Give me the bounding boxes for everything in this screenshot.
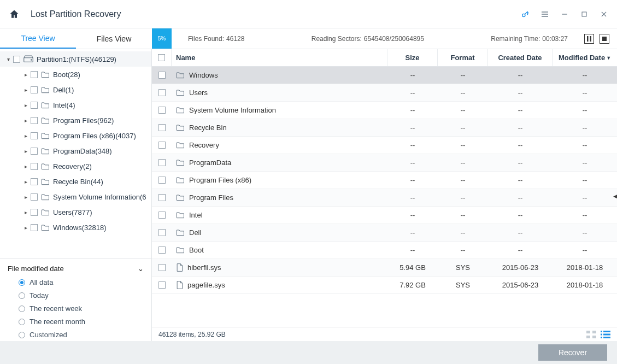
checkbox[interactable] bbox=[158, 212, 166, 219]
header-checkbox[interactable] bbox=[152, 49, 172, 66]
radio-icon[interactable] bbox=[19, 306, 25, 312]
filter-header[interactable]: File modified date ⌄ bbox=[8, 265, 144, 273]
chevron-right-icon[interactable]: ▸ bbox=[23, 118, 28, 124]
remaining-label: Remaining Time: bbox=[491, 35, 540, 43]
table-row[interactable]: hiberfil.sys5.94 GBSYS2015-06-232018-01-… bbox=[152, 259, 617, 277]
maximize-button[interactable] bbox=[580, 10, 589, 19]
sidebar-collapse-handle[interactable] bbox=[613, 191, 617, 199]
table-row[interactable]: Windows-------- bbox=[152, 67, 617, 84]
row-checkbox-cell bbox=[152, 194, 172, 201]
tree-root[interactable]: ▾ Partition1:(NTFS)(46129) bbox=[0, 51, 151, 67]
tree-item[interactable]: ▸Boot(28) bbox=[0, 67, 151, 82]
checkbox[interactable] bbox=[31, 117, 38, 124]
checkbox[interactable] bbox=[13, 56, 20, 63]
filter-option[interactable]: Customized bbox=[19, 331, 144, 339]
tree-item[interactable]: ▸ProgramData(348) bbox=[0, 143, 151, 158]
minimize-button[interactable] bbox=[560, 10, 569, 19]
tab-files-view[interactable]: Files View bbox=[76, 28, 152, 49]
chevron-right-icon[interactable]: ▸ bbox=[23, 163, 28, 169]
tree-item[interactable]: ▸Dell(1) bbox=[0, 82, 151, 97]
checkbox[interactable] bbox=[31, 132, 38, 139]
table-row[interactable]: pagefile.sys7.92 GBSYS2015-06-232018-01-… bbox=[152, 277, 617, 294]
table-row[interactable]: Program Files-------- bbox=[152, 189, 617, 207]
checkbox[interactable] bbox=[158, 194, 166, 201]
close-button[interactable] bbox=[600, 10, 608, 19]
chevron-right-icon[interactable]: ▸ bbox=[23, 87, 28, 93]
pause-button[interactable] bbox=[584, 34, 594, 44]
checkbox[interactable] bbox=[158, 89, 166, 96]
table-row[interactable]: Intel-------- bbox=[152, 207, 617, 224]
checkbox[interactable] bbox=[158, 264, 166, 271]
table-row[interactable]: Program Files (x86)-------- bbox=[152, 172, 617, 189]
tab-tree-view[interactable]: Tree View bbox=[0, 28, 76, 49]
radio-icon[interactable] bbox=[19, 332, 25, 338]
filter-option[interactable]: All data bbox=[19, 278, 144, 286]
checkbox[interactable] bbox=[158, 246, 166, 254]
table-row[interactable]: Boot-------- bbox=[152, 242, 617, 259]
checkbox[interactable] bbox=[31, 71, 38, 78]
tree-item[interactable]: ▸Intel(4) bbox=[0, 97, 151, 113]
recover-button[interactable]: Recover bbox=[538, 344, 607, 361]
checkbox[interactable] bbox=[31, 193, 38, 201]
chevron-right-icon[interactable]: ▸ bbox=[23, 194, 28, 200]
filter-option[interactable]: Today bbox=[19, 291, 144, 300]
row-name-cell: ProgramData bbox=[172, 158, 387, 167]
radio-icon[interactable] bbox=[19, 279, 25, 286]
chevron-right-icon[interactable]: ▸ bbox=[23, 102, 28, 108]
tree-item[interactable]: ▸Program Files(962) bbox=[0, 113, 151, 128]
grid-view-button[interactable] bbox=[586, 331, 596, 338]
chevron-down-icon[interactable]: ▾ bbox=[5, 56, 11, 62]
table-row[interactable]: Recovery-------- bbox=[152, 137, 617, 154]
stop-button[interactable] bbox=[600, 34, 609, 44]
checkbox[interactable] bbox=[158, 281, 166, 289]
checkbox[interactable] bbox=[31, 148, 38, 155]
header-created[interactable]: Created Date bbox=[488, 49, 553, 66]
chevron-right-icon[interactable]: ▸ bbox=[23, 72, 28, 78]
table-row[interactable]: Recycle Bin-------- bbox=[152, 119, 617, 137]
header-name[interactable]: Name bbox=[172, 49, 387, 66]
filter-option[interactable]: The recent month bbox=[19, 318, 144, 326]
menu-icon[interactable] bbox=[540, 10, 549, 19]
table-body[interactable]: Windows--------Users--------System Volum… bbox=[152, 67, 617, 327]
checkbox[interactable] bbox=[158, 159, 166, 166]
folder-tree[interactable]: ▾ Partition1:(NTFS)(46129) ▸Boot(28)▸Del… bbox=[0, 49, 151, 259]
table-row[interactable]: Dell-------- bbox=[152, 224, 617, 242]
chevron-right-icon[interactable]: ▸ bbox=[23, 209, 28, 215]
tree-item[interactable]: ▸Windows(32818) bbox=[0, 220, 151, 235]
tree-item[interactable]: ▸Program Files (x86)(4037) bbox=[0, 128, 151, 143]
tree-item[interactable]: ▸System Volume Information(6 bbox=[0, 189, 151, 204]
list-view-button[interactable] bbox=[601, 331, 610, 338]
checkbox[interactable] bbox=[158, 107, 166, 114]
tree-item[interactable]: ▸Recycle Bin(44) bbox=[0, 174, 151, 189]
checkbox[interactable] bbox=[158, 142, 166, 149]
home-icon[interactable] bbox=[9, 9, 20, 20]
checkbox[interactable] bbox=[158, 229, 166, 236]
radio-icon[interactable] bbox=[19, 292, 25, 299]
key-icon[interactable] bbox=[521, 10, 530, 19]
header-modified[interactable]: Modified Date▼ bbox=[553, 49, 617, 66]
tree-item[interactable]: ▸Users(7877) bbox=[0, 204, 151, 220]
tree-item[interactable]: ▸Recovery(2) bbox=[0, 158, 151, 174]
table-row[interactable]: System Volume Information-------- bbox=[152, 102, 617, 119]
checkbox[interactable] bbox=[158, 177, 166, 184]
checkbox[interactable] bbox=[31, 178, 38, 185]
checkbox[interactable] bbox=[31, 224, 38, 231]
header-format[interactable]: Format bbox=[438, 49, 488, 66]
checkbox[interactable] bbox=[158, 124, 166, 131]
checkbox[interactable] bbox=[31, 209, 38, 216]
table-row[interactable]: Users-------- bbox=[152, 84, 617, 102]
filter-option[interactable]: The recent week bbox=[19, 304, 144, 313]
tree-item-label: System Volume Information(6 bbox=[53, 193, 146, 201]
row-format: SYS bbox=[438, 281, 488, 289]
radio-icon[interactable] bbox=[19, 319, 25, 325]
chevron-right-icon[interactable]: ▸ bbox=[23, 225, 28, 231]
checkbox[interactable] bbox=[31, 86, 38, 93]
header-size[interactable]: Size bbox=[387, 49, 438, 66]
checkbox[interactable] bbox=[31, 163, 38, 170]
chevron-right-icon[interactable]: ▸ bbox=[23, 148, 28, 154]
chevron-right-icon[interactable]: ▸ bbox=[23, 179, 28, 185]
checkbox[interactable] bbox=[158, 72, 166, 79]
chevron-right-icon[interactable]: ▸ bbox=[23, 133, 28, 139]
table-row[interactable]: ProgramData-------- bbox=[152, 154, 617, 172]
checkbox[interactable] bbox=[31, 102, 38, 109]
